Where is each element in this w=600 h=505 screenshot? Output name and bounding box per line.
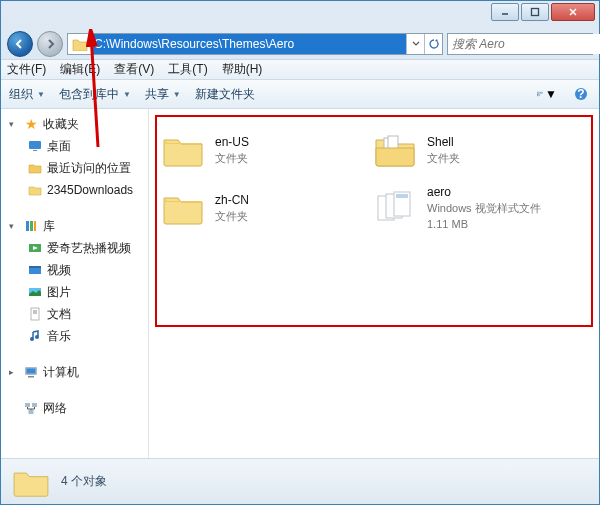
svg-point-25 [30,337,34,341]
help-icon[interactable]: ? [571,84,591,104]
svg-text:?: ? [577,87,584,101]
svg-rect-38 [396,194,408,198]
video-icon [27,240,43,256]
minimize-button[interactable] [491,3,519,21]
folder-icon [11,462,51,502]
sidebar-item-documents[interactable]: 文档 [5,303,148,325]
chevron-down-icon: ▾ [9,221,19,231]
computer-icon [23,364,39,380]
menu-help[interactable]: 帮助(H) [222,61,263,78]
documents-icon [27,306,43,322]
status-text: 4 个对象 [61,473,107,490]
folder-icon [27,182,43,198]
recent-icon [27,160,43,176]
maximize-button[interactable] [521,3,549,21]
svg-rect-28 [27,369,36,374]
svg-rect-30 [25,403,30,407]
folder-with-files-icon [371,126,419,174]
folder-shell[interactable]: Shell文件夹 [369,123,571,177]
svg-rect-32 [29,410,34,414]
svg-rect-31 [32,403,37,407]
sidebar-item-recent[interactable]: 最近访问的位置 [5,157,148,179]
view-options-button[interactable]: ▼ [537,84,557,104]
status-bar: 4 个对象 [1,458,599,504]
svg-point-26 [35,335,39,339]
svg-rect-16 [30,221,33,231]
address-input[interactable] [92,34,406,54]
pictures-icon [27,284,43,300]
computer-header[interactable]: ▸ 计算机 [5,361,148,383]
back-button[interactable] [7,31,33,57]
video-icon [27,262,43,278]
svg-rect-10 [538,94,540,96]
sidebar-item-2345downloads[interactable]: 2345Downloads [5,179,148,201]
svg-rect-17 [34,221,36,231]
menu-file[interactable]: 文件(F) [7,61,46,78]
explorer-window: 文件(F) 编辑(E) 查看(V) 工具(T) 帮助(H) 组织▼ 包含到库中▼… [0,0,600,505]
include-library-button[interactable]: 包含到库中▼ [59,86,131,103]
folder-zh-cn[interactable]: zh-CN文件夹 [157,181,359,235]
folder-icon [159,126,207,174]
svg-rect-29 [28,376,34,378]
sidebar-item-videos[interactable]: 视频 [5,259,148,281]
sidebar-item-desktop[interactable]: 桌面 [5,135,148,157]
svg-rect-22 [31,308,39,320]
close-button[interactable] [551,3,595,21]
svg-rect-14 [33,150,37,151]
chevron-right-icon: ▸ [9,367,19,377]
visual-style-file-icon [371,184,419,232]
titlebar [1,1,599,29]
library-icon [23,218,39,234]
folder-icon [72,36,88,52]
newfolder-button[interactable]: 新建文件夹 [195,86,255,103]
address-bar [67,33,443,55]
sidebar-item-pictures[interactable]: 图片 [5,281,148,303]
menu-edit[interactable]: 编辑(E) [60,61,100,78]
menubar: 文件(F) 编辑(E) 查看(V) 工具(T) 帮助(H) [1,59,599,79]
svg-rect-13 [29,141,41,149]
svg-rect-20 [29,266,41,268]
content-pane[interactable]: en-US文件夹 Shell文件夹 zh-CN文件夹 aeroWindows 视… [149,109,599,458]
svg-rect-15 [26,221,29,231]
refresh-button[interactable] [424,34,442,54]
share-button[interactable]: 共享▼ [145,86,181,103]
search-box [447,33,593,55]
navigation-pane[interactable]: ▾ ★ 收藏夹 桌面 最近访问的位置 2345Downloads ▾ 库 爱奇艺… [1,109,149,458]
forward-button[interactable] [37,31,63,57]
menu-view[interactable]: 查看(V) [114,61,154,78]
desktop-icon [27,138,43,154]
folder-en-us[interactable]: en-US文件夹 [157,123,359,177]
organize-button[interactable]: 组织▼ [9,86,45,103]
items-container: en-US文件夹 Shell文件夹 zh-CN文件夹 aeroWindows 视… [149,109,599,243]
folder-icon [159,184,207,232]
favorites-header[interactable]: ▾ ★ 收藏夹 [5,113,148,135]
body: ▾ ★ 收藏夹 桌面 最近访问的位置 2345Downloads ▾ 库 爱奇艺… [1,109,599,458]
libraries-header[interactable]: ▾ 库 [5,215,148,237]
svg-rect-3 [532,9,539,16]
menu-tools[interactable]: 工具(T) [168,61,207,78]
network-header[interactable]: 网络 [5,397,148,419]
toolbar: 组织▼ 包含到库中▼ 共享▼ 新建文件夹 ▼ ? [1,79,599,109]
music-icon [27,328,43,344]
star-icon: ★ [23,116,39,132]
svg-rect-8 [538,92,540,94]
nav-row [1,29,599,59]
sidebar-item-iqiyi[interactable]: 爱奇艺热播视频 [5,237,148,259]
network-icon [23,400,39,416]
file-aero-msstyles[interactable]: aeroWindows 视觉样式文件1.11 MB [369,181,571,235]
svg-rect-9 [540,92,542,94]
sidebar-item-music[interactable]: 音乐 [5,325,148,347]
search-input[interactable] [448,34,600,54]
address-dropdown[interactable] [406,34,424,54]
chevron-down-icon: ▾ [9,119,19,129]
